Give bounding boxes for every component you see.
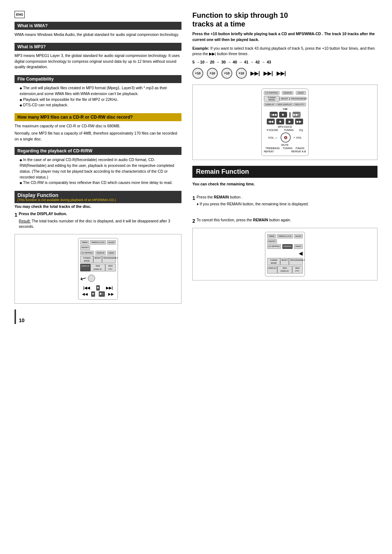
remain-header: Remain Function	[192, 166, 377, 178]
remain-function-section: Remain Function You can check the remain…	[192, 166, 377, 280]
list-item: Playback will be impossible for the file…	[20, 97, 181, 103]
page-number-area: 10	[15, 309, 181, 324]
skip-btn-3: ▶▶|	[277, 70, 286, 76]
remain-step-2-content: To cancel this function, press the REMAI…	[197, 217, 377, 225]
how-many-header: How many MP3 files can a CD-R or CD-RW d…	[15, 113, 181, 121]
track-sequence: 5 →10→ 20 → 30 → 40 → 41 → 42 → 43	[192, 60, 377, 64]
remote-skip-container: CD RIPPING REMAIN DEMO TUNING MODE MOIST…	[192, 85, 377, 160]
button-sequence: +10 +10 +10 +10 ▶▶| ▶▶| ▶▶|	[192, 68, 377, 79]
mute-circle: 🔇	[281, 132, 291, 143]
how-many-content: The maximum capacity of one CD-R or CD-R…	[15, 123, 181, 142]
list-item: The unit will playback files created in …	[20, 85, 181, 97]
remote-skip-image: CD RIPPING REMAIN DEMO TUNING MODE MOIST…	[261, 89, 309, 156]
skip-btn-1: ▶▶|	[250, 70, 260, 76]
plus10-btn-4: +10	[236, 68, 247, 79]
display-function-subtitle: (This function is not available during p…	[17, 198, 179, 202]
list-item: DTS-CD can not playback.	[20, 102, 181, 108]
plus10-btn-3: +10	[221, 68, 232, 79]
remain-step-1-content: Press the REMAIN button . ♦ If you press…	[197, 194, 377, 209]
remain-content: You can check the remaining time. 1 Pres…	[192, 181, 377, 280]
file-compat-content: The unit will playback files created in …	[15, 85, 181, 108]
step-1-content: Press the DISPLAY button. Result: The to…	[19, 211, 181, 231]
file-compat-section: File Compatibility The unit will playbac…	[15, 75, 181, 108]
remote-remain-container: TIMER TIMER/CLOCK SLEEP ON/OFF CD RIPPIN…	[192, 228, 377, 280]
list-item: The CD-RW is comparably less reflexive t…	[20, 180, 181, 186]
wma-section: What is WMA? WMA means Windows Media Aud…	[15, 22, 181, 38]
playback-section: Regarding the playback of CD-R/RW In the…	[15, 147, 181, 186]
remote-display-container: TIMER TIMER/CLOCK SLEEP ON/OFF CD RIPPIN…	[15, 234, 181, 304]
remote-remain-image: TIMER TIMER/CLOCK SLEEP ON/OFF CD RIPPIN…	[265, 232, 305, 276]
page-layout: ENG What is WMA? WMA means Windows Media…	[15, 11, 377, 324]
file-compat-header: File Compatibility	[15, 75, 181, 83]
skip-function-title: Function to skip through 10 tracks at a …	[192, 11, 377, 28]
left-column: ENG What is WMA? WMA means Windows Media…	[15, 11, 181, 324]
example-label: Example:	[192, 46, 209, 50]
how-many-section: How many MP3 files can a CD-R or CD-RW d…	[15, 113, 181, 142]
wma-header: What is WMA?	[15, 22, 181, 30]
wma-content: WMA means Windows Media Audio, the globa…	[15, 32, 181, 38]
display-function-title: Display Function	[17, 192, 179, 198]
remain-step-1: 1 Press the REMAIN button . ♦ If you pre…	[192, 194, 377, 209]
skip-function-section: Function to skip through 10 tracks at a …	[192, 11, 377, 160]
playback-header: Regarding the playback of CD-R/RW	[15, 147, 181, 155]
vol-row: VOL — 🔇 + VOL	[264, 132, 306, 143]
list-item: In the case of an original CD-R(Recordab…	[20, 157, 181, 180]
display-function-header: Display Function (This function is not a…	[15, 191, 181, 203]
skip-function-intro: Press the +10 button briefly while playi…	[192, 31, 377, 43]
step-1: 1 Press the DISPLAY button. Result: The …	[15, 211, 181, 231]
display-function-section: Display Function (This function is not a…	[15, 191, 181, 304]
eng-badge: ENG	[15, 11, 25, 18]
example-text: Example: If you want to select track 43 …	[192, 46, 377, 57]
plus10-btn-2: +10	[207, 68, 218, 79]
skip-btn-2: ▶▶|	[264, 70, 273, 76]
mp3-section: What is MP3? MP3 means MPEG1 Layer 3, th…	[15, 43, 181, 70]
remain-step-2: 2 To cancel this function, press the REM…	[192, 217, 377, 225]
plus10-btn-1: +10	[192, 68, 203, 79]
display-function-content: You may check the total tracks of the di…	[15, 204, 181, 304]
divider	[15, 309, 16, 324]
remote-display-image: TIMER TIMER/CLOCK SLEEP ON/OFF CD RIPPIN…	[78, 238, 118, 300]
right-column: Function to skip through 10 tracks at a …	[192, 11, 377, 324]
mp3-content: MP3 means MPEG1 Layer 3, the global stan…	[15, 53, 181, 70]
playback-content: In the case of an original CD-R(Recordab…	[15, 157, 181, 186]
mp3-header: What is MP3?	[15, 43, 181, 51]
